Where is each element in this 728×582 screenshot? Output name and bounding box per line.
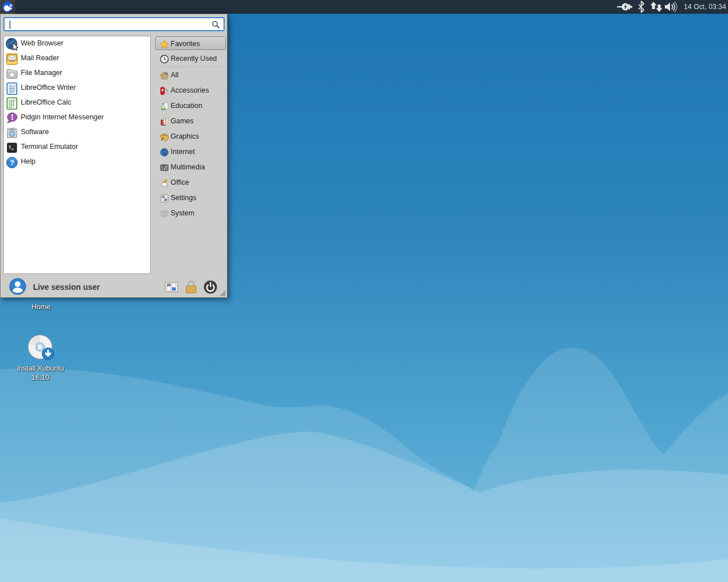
svg-text:$: $ [9,146,11,149]
svg-text:?: ? [10,159,14,167]
